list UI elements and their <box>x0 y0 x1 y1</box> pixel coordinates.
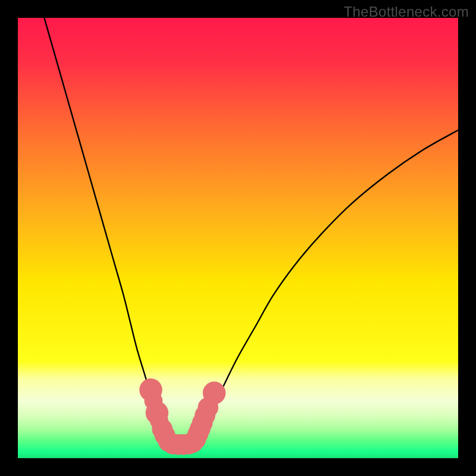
plot-area <box>18 18 458 458</box>
marker-group <box>139 378 226 455</box>
watermark-text: TheBottleneck.com <box>343 4 469 20</box>
curve-layer <box>18 18 458 458</box>
chart-frame: TheBottleneck.com <box>0 0 476 476</box>
right-branch-curve <box>195 130 458 445</box>
marker-dot <box>203 381 226 404</box>
